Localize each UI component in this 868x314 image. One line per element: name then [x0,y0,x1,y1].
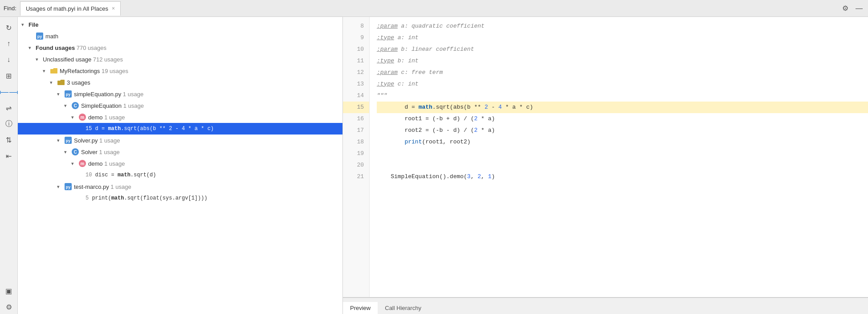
tree-panel: ▾ File py math ▾ Found usages 770 usages [18,17,343,314]
found-usages-label: Found usages 770 usages [36,45,339,51]
expand-icon: ▾ [43,68,50,74]
tree-row-demo-solver[interactable]: ▾ m demo 1 usage [18,158,342,169]
tree-row-solver-py[interactable]: ▾ py Solver.py 1 usage [18,135,342,146]
up-icon[interactable]: ↑ [2,37,16,51]
tree-row-selected-code[interactable]: 15 d = math.sqrt(abs(b ** 2 - 4 * a * c) [18,123,342,135]
tree-row-unclassified[interactable]: ▾ Unclassified usage 712 usages [18,53,342,65]
myrefactorings-label: MyRefactorings 19 usages [60,68,339,74]
filter-icon[interactable]: ⇅ [2,133,16,147]
demo-solver-label: demo 1 usage [88,160,339,167]
code-line-12: :param c: free term [377,67,868,78]
tree-row-testmarco-py[interactable]: ▾ py test-marco.py 1 usage [18,181,342,192]
line-num-8: 8 [343,20,369,32]
tree-row-3usages[interactable]: ▾ 3 usages [18,77,342,88]
code-line-14: """ [377,90,868,102]
top-bar-actions: ⚙ — [840,3,864,13]
minimize-button[interactable]: — [854,3,864,13]
math-file-icon: py [36,32,44,40]
main-tab[interactable]: Usages of math.pyi in All Places × [20,1,121,16]
math-label: math [45,33,339,40]
solver-py-icon: py [64,136,72,144]
code-line-11: :type b: int [377,55,868,67]
tree-row-file-header[interactable]: ▾ File [18,19,342,30]
tree-row-solver-class[interactable]: ▾ C Solver 1 usage [18,146,342,158]
expand-icon: ▾ [36,57,43,62]
method-solver-icon: m [78,159,86,167]
subfolder-icon [57,78,65,86]
tree-row-print-code[interactable]: 5 print(math.sqrt(float(sys.argv[1]))) [18,192,342,204]
code-line-19 [377,148,868,159]
sidebar-icons: ↻ ↑ ↓ ⊞ ⟵⟶ ⇌ ⓘ ⇅ ⇤ ▣ ⚙ [0,17,18,314]
svg-text:py: py [66,92,71,97]
line-num-19: 19 [343,148,369,159]
demo-method-label: demo 1 usage [88,114,339,121]
settings-button[interactable]: ⚙ [840,3,850,13]
line-num-17: 17 [343,125,369,136]
tab-close-button[interactable]: × [112,5,115,12]
layout-icon[interactable]: ⊞ [2,69,16,83]
expand-icon: ▾ [50,80,57,86]
bottom-tabs: Preview Call Hierarchy [343,297,868,314]
solver-class-icon: C [71,148,79,156]
main-area: ↻ ↑ ↓ ⊞ ⟵⟶ ⇌ ⓘ ⇅ ⇤ ▣ ⚙ ▾ File py [0,17,868,314]
line-num-13: 13 [343,78,369,90]
expand-icon: ▾ [71,114,78,120]
tree-row-demo-method[interactable]: ▾ m demo 1 usage [18,111,342,123]
code-line-21: SimpleEquation().demo(3, 2, 1) [377,171,868,183]
code-line-18: print(root1, root2) [377,136,868,148]
line-num-15: 15 [343,102,369,113]
code-line-17: root2 = (-b - d) / (2 * a) [377,125,868,136]
tree-content: ▾ File py math ▾ Found usages 770 usages [18,17,342,314]
tree-row-simpleequation-class[interactable]: ▾ C SimpleEquation 1 usage [18,100,342,111]
tree-row-disc-code[interactable]: 10 disc = math.sqrt(d) [18,169,342,181]
tree-row-math[interactable]: py math [18,30,342,42]
code-line-20 [377,159,868,171]
expand-icon: ▾ [57,184,64,190]
simpleequation-class-label: SimpleEquation 1 usage [81,102,339,109]
line-num-11: 11 [343,55,369,67]
disc-code-snippet: 10 disc = math.sqrt(d) [86,172,156,178]
merge-icon[interactable]: ⟵⟶ [2,85,16,99]
expand-icon: ▾ [57,91,64,97]
line-num-10: 10 [343,44,369,55]
expand-icon: ▾ [64,149,71,155]
tree-row-myrefactorings[interactable]: ▾ MyRefactorings 19 usages [18,65,342,77]
info-icon[interactable]: ⓘ [2,117,16,131]
solver-py-label: Solver.py 1 usage [74,137,339,144]
code-line-13: :type c: int [377,78,868,90]
tab-preview[interactable]: Preview [343,302,378,314]
code-lines: :param a: quadratic coefficient :type a:… [370,17,868,297]
settings-sidebar-icon[interactable]: ⚙ [2,300,16,314]
code-line-16: root1 = (-b + d) / (2 * a) [377,113,868,125]
3usages-label: 3 usages [67,79,339,86]
collapse-all-icon[interactable]: ⇤ [2,149,16,163]
top-bar: Find: Usages of math.pyi in All Places ×… [0,0,868,17]
panel-icon[interactable]: ▣ [2,284,16,298]
line-num-9: 9 [343,32,369,44]
code-line-9: :type a: int [377,32,868,44]
class-icon: C [71,102,79,110]
method-icon: m [78,113,86,121]
tab-title: Usages of math.pyi in All Places [26,5,108,12]
line-num-14: 14 [343,90,369,102]
find-label: Find: [4,5,16,12]
expand-icon: ▾ [29,45,36,51]
down-icon[interactable]: ↓ [2,53,16,67]
simpleequation-py-icon: py [64,90,72,98]
tree-row-simpleequation-py[interactable]: ▾ py simpleEquation.py 1 usage [18,88,342,100]
line-num-21: 21 [343,171,369,183]
code-area: 8 9 10 11 12 13 14 15 16 17 18 19 20 21 … [343,17,868,297]
folder-icon [50,67,58,75]
refresh-icon[interactable]: ↻ [2,20,16,35]
code-line-15: d = math.sqrt(abs(b ** 2 - 4 * a * c) [377,102,868,113]
selected-code-snippet: 15 d = math.sqrt(abs(b ** 2 - 4 * a * c) [86,126,214,132]
expand-icon: ▾ [21,22,29,28]
diff-icon[interactable]: ⇌ [2,101,16,115]
expand-icon: ▾ [57,138,64,143]
tree-row-found-usages[interactable]: ▾ Found usages 770 usages [18,42,342,53]
line-numbers: 8 9 10 11 12 13 14 15 16 17 18 19 20 21 [343,17,370,297]
tab-call-hierarchy[interactable]: Call Hierarchy [378,302,428,314]
testmarco-py-icon: py [64,183,72,191]
svg-text:py: py [66,139,71,143]
simpleequation-py-label: simpleEquation.py 1 usage [74,91,339,98]
